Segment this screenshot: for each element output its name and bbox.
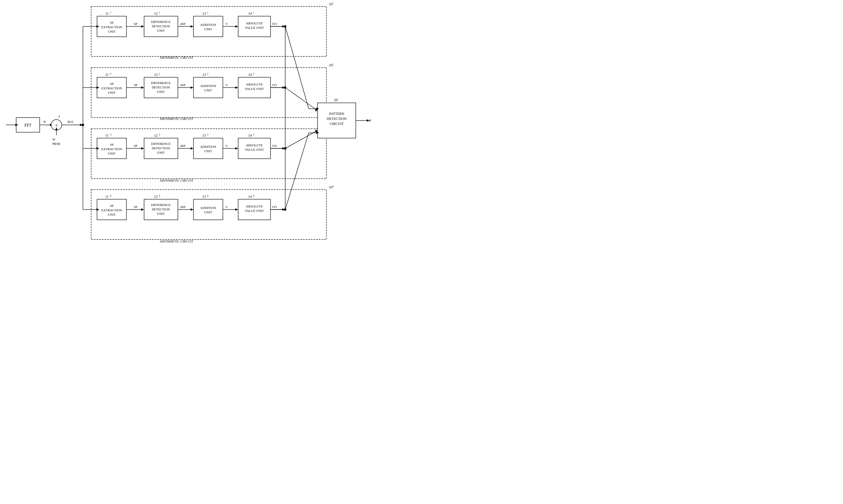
add-label-1: 13 <box>202 12 206 16</box>
sp-label-4: 11 <box>105 195 109 199</box>
sp-sub-4: 4 <box>110 194 111 197</box>
add-unit-4-label2: UNIT <box>204 211 212 214</box>
circuit-diagram: 10 1 SP EXTRACTION UNIT 11 1 SP DIFFEREN… <box>0 0 422 252</box>
pattern-id: 20 <box>334 97 338 102</box>
pattern-label2: DETECTION <box>327 117 347 121</box>
ivi-signal-1: IVI <box>272 22 277 25</box>
svg-line-58 <box>285 131 317 148</box>
abs-unit-4-label2: VALUE UNIT <box>245 209 264 213</box>
svg-marker-9 <box>141 86 144 89</box>
svg-marker-29 <box>235 209 238 211</box>
abs-unit-1-label2: VALUE UNIT <box>245 26 264 30</box>
sp-label-1: 11 <box>105 12 109 16</box>
sp-unit-1-label: SP <box>110 21 113 24</box>
r-signal: R <box>43 120 46 123</box>
diff-label-4: 12 <box>154 195 158 199</box>
pattern-label1: PATTERN <box>329 112 344 116</box>
arith-label-2: ARITHMETIC CIRCUIT <box>160 117 193 121</box>
add-sub-2: 2 <box>207 72 209 75</box>
diff-unit-2-label2: DETECTION <box>152 86 170 89</box>
diff-unit-1-label3: UNIT <box>157 29 165 32</box>
junction-dot-r2 <box>284 86 286 89</box>
v-signal-3: V <box>226 144 228 147</box>
add-unit-4-label: ADDITION <box>200 206 216 210</box>
diff-unit-3-label: DIFFERENCE <box>151 142 171 145</box>
abs-label-3: 14 <box>248 133 252 138</box>
sp-unit-2-label3: UNIT <box>108 91 116 94</box>
svg-marker-21 <box>235 147 238 149</box>
add-label-3: 13 <box>202 133 206 138</box>
diff-sub-1: 1 <box>159 11 160 14</box>
add-sub-1: 1 <box>207 11 209 14</box>
sp-unit-3-label: SP <box>110 143 113 146</box>
abs-unit-2-label2: VALUE UNIT <box>245 87 264 91</box>
sp-unit-3-label3: UNIT <box>108 151 116 155</box>
svg-marker-13 <box>235 86 238 89</box>
add-unit-2 <box>193 77 223 98</box>
mult-label: 1 <box>58 114 60 119</box>
dsp-signal-3: dSP <box>180 144 186 147</box>
add-unit-2-label: ADDITION <box>200 84 216 88</box>
add-sub-4: 4 <box>207 194 209 197</box>
sp-unit-4-label: SP <box>110 204 113 208</box>
abs-unit-3-label2: VALUE UNIT <box>245 148 264 151</box>
diff-unit-2-label3: UNIT <box>157 90 165 93</box>
ivi-signal-4: IVI <box>272 205 277 209</box>
svg-marker-25 <box>141 209 144 211</box>
ivi-signal-3: IVI <box>272 144 277 147</box>
diff-label-2: 12 <box>154 73 158 77</box>
abs-label-1: 14 <box>248 12 252 16</box>
diff-unit-3-label2: DETECTION <box>152 146 170 150</box>
svg-marker-1 <box>141 25 144 28</box>
sp-unit-2-label: SP <box>110 82 113 86</box>
add-unit-2-label2: UNIT <box>204 88 212 92</box>
sp-unit-1-label3: UNIT <box>108 30 116 33</box>
svg-marker-27 <box>191 209 193 211</box>
add-label-2: 13 <box>202 73 206 77</box>
outer-label-4: 10 <box>329 185 332 189</box>
prsb-signal: PRSB <box>52 142 60 145</box>
abs-sub-3: 3 <box>253 133 254 136</box>
diff-unit-4-label3: UNIT <box>157 212 165 215</box>
diff-unit-3-label3: UNIT <box>157 151 165 154</box>
outer-label-2: 10 <box>329 63 332 67</box>
rxs-signal: RxS <box>68 120 73 123</box>
svg-line-56 <box>285 88 317 110</box>
sp-label-3: 11 <box>105 133 109 138</box>
add-unit-3-label2: UNIT <box>204 149 212 153</box>
w-signal: W <box>52 138 56 141</box>
arith-label-1: ARITHMETIC CIRCUIT <box>160 56 193 59</box>
svg-marker-11 <box>191 86 193 89</box>
dsp-signal-1: dSP <box>180 22 186 25</box>
sp-unit-1-label2: EXTRACTION <box>102 25 122 29</box>
abs-label-4: 14 <box>248 195 252 199</box>
diff-unit-1-label2: DETECTION <box>152 24 170 28</box>
diff-sub-2: 2 <box>159 72 160 75</box>
add-unit-3-label: ADDITION <box>200 145 216 148</box>
arith-label-3: ARITHMETIC CIRCUIT <box>160 179 193 182</box>
sp-sub-1: 1 <box>110 11 111 14</box>
abs-unit-2-label: ABSOLUTE <box>246 83 263 86</box>
sp-signal-4: SP <box>134 205 137 209</box>
dsp-signal-2: dSP <box>180 83 186 87</box>
sp-unit-2-label2: EXTRACTION <box>102 86 122 90</box>
v-signal-4: V <box>226 205 228 209</box>
diff-sub-4: 4 <box>159 194 160 197</box>
outer-label-1: 10 <box>329 2 332 6</box>
arith-label-4: ARITHMETIC CIRCUIT <box>160 239 193 243</box>
outer-sub-2: 2 <box>332 63 334 66</box>
svg-marker-19 <box>191 147 193 149</box>
add-unit-1-label: ADDITION <box>200 23 216 26</box>
add-sub-3: 3 <box>207 133 209 136</box>
abs-label-2: 14 <box>248 73 252 77</box>
abs-unit-1-label: ABSOLUTE <box>246 21 263 25</box>
add-unit-1 <box>193 16 223 37</box>
diff-sub-3: 3 <box>159 133 160 136</box>
abs-unit-4-label: ABSOLUTE <box>246 204 263 208</box>
diff-unit-2-label: DIFFERENCE <box>151 81 171 85</box>
add-unit-4 <box>193 199 223 220</box>
diff-label-1: 12 <box>154 12 158 16</box>
v-signal-1: V <box>226 22 228 25</box>
pattern-label3: CIRCUIT <box>330 122 344 126</box>
svg-marker-17 <box>141 147 144 149</box>
